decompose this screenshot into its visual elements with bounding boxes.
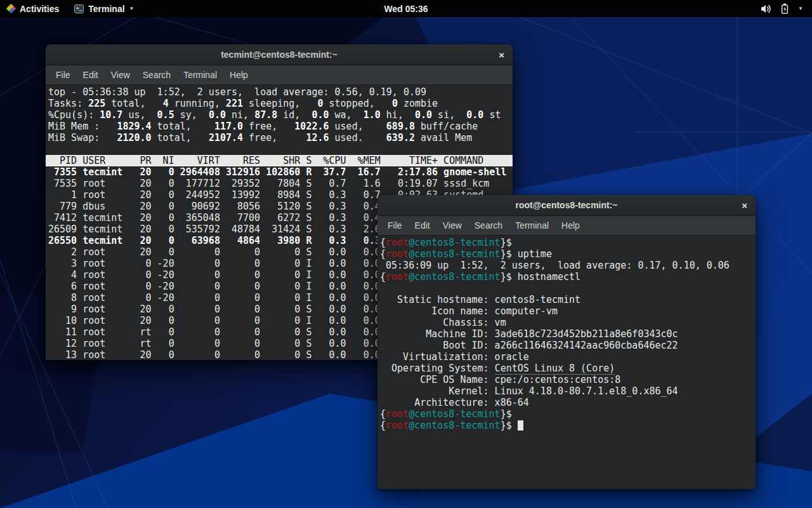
close-button[interactable]: × bbox=[499, 44, 504, 65]
menu-view[interactable]: View bbox=[436, 220, 468, 231]
terminal-cursor bbox=[518, 420, 523, 431]
text-segment: 1829.4 bbox=[117, 121, 151, 132]
text-segment: 1022.6 bbox=[294, 121, 329, 132]
text-segment: top - 05:36:38 up 1:52, 2 users, load av… bbox=[48, 86, 426, 98]
text-segment: }$ bbox=[501, 248, 512, 260]
terminal-output[interactable]: {root@centos8-tecmint}${root@centos8-tec… bbox=[377, 236, 756, 489]
activities-button[interactable]: Activities bbox=[0, 0, 67, 17]
text-segment: st bbox=[483, 109, 501, 121]
top-summary-line: Tasks: 225 total, 4 running, 221 sleepin… bbox=[46, 98, 513, 109]
text-segment: hi, bbox=[381, 109, 415, 121]
close-button[interactable]: × bbox=[742, 195, 747, 215]
text-segment: }$ bbox=[501, 237, 512, 248]
text-segment: }$ bbox=[501, 271, 512, 283]
menu-bar: FileEditViewSearchTerminalHelp bbox=[46, 65, 513, 85]
menu-file[interactable]: File bbox=[381, 220, 409, 231]
text-segment: 0.0 bbox=[209, 109, 226, 121]
prompt-host: @centos8-tecmint bbox=[409, 408, 501, 420]
process-row: 7355 tecmint 20 0 2964408 312916 102860 … bbox=[46, 166, 513, 178]
centos-logo-icon bbox=[6, 4, 16, 14]
text-segment: free, bbox=[243, 121, 294, 132]
top-summary-line: MiB Mem : 1829.4 total, 117.0 free, 1022… bbox=[46, 121, 513, 132]
top-summary-line: %Cpu(s): 10.7 us, 0.5 sy, 0.0 ni, 87.8 i… bbox=[46, 109, 513, 121]
text-segment: 10.7 bbox=[100, 109, 122, 121]
text-segment: 1.0 bbox=[363, 109, 381, 121]
text-segment: id, bbox=[277, 109, 311, 121]
menu-terminal[interactable]: Terminal bbox=[509, 220, 555, 231]
prompt-host: @centos8-tecmint bbox=[409, 248, 501, 260]
menu-terminal[interactable]: Terminal bbox=[177, 70, 223, 80]
text-segment: avail Mem bbox=[415, 132, 472, 144]
text-segment: total, bbox=[152, 121, 214, 132]
text-segment: 0.0 bbox=[311, 109, 329, 121]
text-segment: sleeping, bbox=[243, 98, 317, 109]
menu-help[interactable]: Help bbox=[555, 220, 586, 231]
menu-search[interactable]: Search bbox=[468, 220, 509, 231]
terminal-line: CPE OS Name: cpe:/o:centos:centos:8 bbox=[377, 374, 756, 385]
terminal-app-icon: >_ bbox=[74, 4, 84, 13]
text-segment: 689.8 bbox=[386, 121, 415, 132]
menu-view[interactable]: View bbox=[105, 70, 136, 80]
text-segment: 117.0 bbox=[214, 121, 243, 132]
prompt-user: root bbox=[386, 420, 409, 431]
menu-search[interactable]: Search bbox=[136, 70, 177, 80]
system-status-area[interactable]: ▼ bbox=[761, 0, 812, 17]
text-segment: 639.2 bbox=[386, 132, 415, 144]
prompt-host: @centos8-tecmint bbox=[409, 420, 501, 431]
prompt-user: root bbox=[386, 271, 409, 283]
terminal-line: Chassis: vm bbox=[377, 317, 756, 328]
battery-charging-icon[interactable] bbox=[781, 3, 789, 14]
window-titlebar[interactable]: tecmint@centos8-tecmint:~ × bbox=[46, 44, 513, 65]
app-menu-button[interactable]: >_ Terminal ▼ bbox=[67, 0, 141, 17]
text-segment: used. bbox=[329, 132, 386, 144]
prompt-host: @centos8-tecmint bbox=[409, 271, 501, 283]
clock-button[interactable]: Wed 05:36 bbox=[384, 0, 428, 17]
menu-edit[interactable]: Edit bbox=[77, 70, 105, 80]
text-segment: CentOS Linux 8 (Core) bbox=[495, 363, 615, 375]
system-menu-caret-icon[interactable]: ▼ bbox=[798, 6, 803, 11]
text-segment: { bbox=[380, 271, 386, 283]
terminal-line: Virtualization: oracle bbox=[377, 351, 756, 363]
text-segment: { bbox=[380, 237, 386, 248]
terminal-line: Boot ID: a266c11646324142aac960cba646ec2… bbox=[377, 340, 756, 351]
text-segment: 2120.0 bbox=[117, 132, 151, 144]
text-segment: wa, bbox=[329, 109, 363, 121]
text-segment: total, bbox=[105, 98, 162, 109]
terminal-line: {root@centos8-tecmint}$ bbox=[377, 237, 756, 248]
terminal-line: 05:36:09 up 1:52, 2 users, load average:… bbox=[377, 260, 756, 271]
app-menu-label: Terminal bbox=[88, 4, 124, 14]
window-title: tecmint@centos8-tecmint:~ bbox=[221, 50, 337, 60]
terminal-line: {root@centos8-tecmint}$ bbox=[377, 420, 756, 431]
text-segment: 4 bbox=[163, 98, 169, 109]
volume-icon[interactable] bbox=[761, 4, 771, 13]
text-segment: 221 bbox=[226, 98, 243, 109]
menu-file[interactable]: File bbox=[49, 70, 77, 80]
chevron-down-icon: ▼ bbox=[129, 6, 134, 11]
terminal-line: Static hostname: centos8-tecmint bbox=[377, 294, 756, 305]
terminal-window-root: root@centos8-tecmint:~ × FileEditViewSea… bbox=[377, 195, 756, 489]
blank-line bbox=[46, 144, 513, 155]
text-segment: us, bbox=[122, 109, 157, 121]
text-segment: stopped, bbox=[324, 98, 392, 109]
prompt-user: root bbox=[386, 248, 409, 260]
top-summary-line: top - 05:36:38 up 1:52, 2 users, load av… bbox=[46, 86, 513, 98]
activities-label: Activities bbox=[20, 4, 59, 14]
text-segment: { bbox=[380, 248, 386, 260]
menu-help[interactable]: Help bbox=[223, 70, 254, 80]
window-titlebar[interactable]: root@centos8-tecmint:~ × bbox=[377, 195, 756, 216]
text-segment: Tasks: bbox=[48, 98, 88, 109]
menu-edit[interactable]: Edit bbox=[409, 220, 436, 231]
text-segment: zombie bbox=[398, 98, 438, 109]
text-segment: MiB Mem : bbox=[48, 121, 117, 132]
topbar-left: Activities >_ Terminal ▼ bbox=[0, 0, 141, 17]
text-segment: 12.6 bbox=[306, 132, 329, 144]
text-segment: si, bbox=[432, 109, 466, 121]
top-bar: Activities >_ Terminal ▼ Wed 05:36 ▼ bbox=[0, 0, 812, 17]
text-segment: used, bbox=[329, 121, 386, 132]
process-table-header: PID USER PR NI VIRT RES SHR S %CPU %MEM … bbox=[46, 155, 513, 166]
text-segment: ni, bbox=[226, 109, 254, 121]
text-segment: }$ bbox=[501, 408, 512, 420]
prompt-user: root bbox=[386, 237, 409, 248]
text-segment: 0.0 bbox=[415, 109, 432, 121]
text-segment: MiB Swap: bbox=[48, 132, 117, 144]
